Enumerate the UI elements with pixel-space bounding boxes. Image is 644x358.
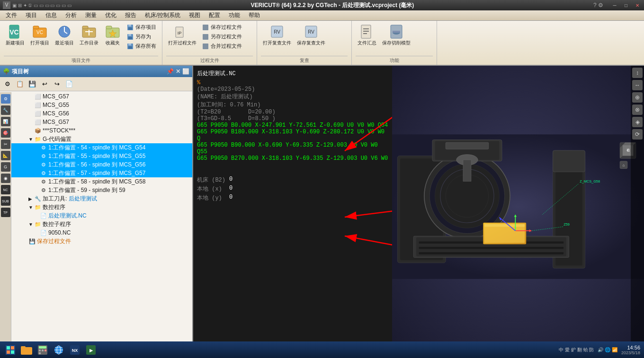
taskbar-folder-button[interactable] bbox=[20, 344, 33, 356]
tree-tool-3[interactable]: 💾 bbox=[27, 79, 38, 89]
save-cut-model-button[interactable]: 保存切削模型 bbox=[380, 23, 412, 47]
taskbar-nx-button[interactable]: NX bbox=[68, 344, 81, 356]
menu-function[interactable]: 功能 bbox=[225, 10, 244, 20]
machine-b2-value: 0 bbox=[229, 176, 233, 184]
tree-tool-2[interactable]: 📋 bbox=[14, 79, 26, 89]
side-icon-3[interactable]: 📊 bbox=[1, 117, 10, 126]
sidebar-icon-2[interactable]: ↔ bbox=[632, 80, 643, 90]
new-project-button[interactable]: VC 新建项目 bbox=[4, 23, 27, 47]
tree-item-nc-subprograms[interactable]: ▼ 📁 数控子程序 bbox=[11, 220, 192, 228]
tree-item-mcs-g57-top[interactable]: ⬜ MCS_G57 bbox=[11, 92, 192, 101]
menu-measure[interactable]: 测量 bbox=[81, 10, 100, 20]
tree-close-button[interactable]: ✕ bbox=[176, 68, 180, 75]
tree-tool-redo[interactable]: ↪ bbox=[51, 79, 63, 89]
menu-analysis[interactable]: 分析 bbox=[62, 10, 80, 20]
project-tree-panel: 🌳 项目树 📌 ✕ ⬜ ⚙ 📋 💾 ↩ ↪ 📄 ⚙ 🔧 📊 bbox=[0, 66, 193, 348]
open-review-button[interactable]: RV 打开复查文件 bbox=[261, 23, 293, 47]
maximize-button[interactable]: □ bbox=[622, 2, 630, 9]
merge-process-button[interactable]: 合并过程文件 bbox=[200, 42, 244, 51]
tree-item-gcode-offset[interactable]: ▼ 📁 G-代码偏置 bbox=[11, 135, 192, 143]
open-project-button[interactable]: VC 打开项目 bbox=[28, 23, 51, 47]
taskbar-vericut-button[interactable]: ▶ bbox=[84, 344, 98, 356]
side-icon-4[interactable]: 🎯 bbox=[1, 128, 10, 138]
minimize-button[interactable]: ─ bbox=[611, 2, 618, 9]
tree-item-nc-programs[interactable]: ▼ 📁 数控程序 bbox=[11, 203, 192, 211]
side-icon-8[interactable]: ◉ bbox=[1, 174, 10, 183]
tree-item-offset-56[interactable]: ⚙ 1:工作偏置 - 56 - spindle 到 MCS_G56 bbox=[11, 160, 192, 169]
svg-text:Z_MCS_G58: Z_MCS_G58 bbox=[580, 179, 600, 183]
save-process-as-button[interactable]: 另存过程文件 bbox=[200, 32, 244, 41]
save-cut-model-label: 保存切削模型 bbox=[382, 40, 411, 46]
side-icon-tp[interactable]: TP bbox=[1, 208, 10, 217]
save-all-button[interactable]: 保存所有 bbox=[125, 42, 158, 51]
svg-rect-64 bbox=[419, 252, 564, 254]
tree-item-offset-58[interactable]: ⚙ 1:工作偏置 - 58 - spindle 到 MCS_G58 bbox=[11, 177, 192, 186]
machine-3d-viewport[interactable]: Z_MCS_G58 Z59 右 bbox=[392, 66, 644, 348]
svg-rect-3 bbox=[33, 26, 39, 29]
save-project-button[interactable]: 保存项目 bbox=[125, 23, 158, 32]
save-as-button[interactable]: 另存为 bbox=[125, 32, 158, 41]
menu-optimize[interactable]: 优化 bbox=[101, 10, 120, 20]
sidebar-icon-4[interactable]: ⊗ bbox=[632, 105, 643, 115]
svg-rect-23 bbox=[128, 46, 132, 49]
side-icon-7[interactable]: G bbox=[1, 162, 10, 172]
menu-config[interactable]: 配置 bbox=[205, 10, 224, 20]
tree-item-offset-55[interactable]: ⚙ 1:工作偏置 - 55 - spindle 到 MCS_G55 bbox=[11, 152, 192, 160]
tree-item-offset-54[interactable]: ⚙ 1:工作偏置 - 54 - spindle 到 MCS_G54 bbox=[11, 143, 192, 152]
tree-item-save-process[interactable]: 💾 保存过程文件 bbox=[11, 237, 192, 245]
menu-project[interactable]: 项目 bbox=[22, 10, 41, 20]
tree-item-icon: ⬜ bbox=[34, 93, 42, 100]
tree-item-9050-nc[interactable]: 📄 9050.NC bbox=[11, 228, 192, 237]
tree-item-mcs-g56[interactable]: ⬜ MCS_G56 bbox=[11, 109, 192, 118]
tree-item-nc-file[interactable]: 📄 后处理测试.NC bbox=[11, 211, 192, 220]
menu-view[interactable]: 视图 bbox=[185, 10, 204, 20]
tree-item-label: MCS_G57 bbox=[43, 93, 69, 100]
tree-item-mcs-g57[interactable]: ⬜ MCS_G57 bbox=[11, 118, 192, 126]
favorites-button[interactable]: 收藏夹 bbox=[102, 23, 123, 47]
open-process-button[interactable]: IP 打开过程文件 bbox=[166, 23, 198, 47]
tree-item-stock[interactable]: 📦 ***STOCK*** bbox=[11, 126, 192, 135]
tree-item-tools[interactable]: ▶ 🔧 加工刀具: 后处理测试 bbox=[11, 194, 192, 203]
tree-expand-button[interactable]: ⬜ bbox=[182, 68, 189, 75]
menu-report[interactable]: 报告 bbox=[121, 10, 140, 20]
tree-pin-button[interactable]: 📌 bbox=[167, 68, 174, 75]
file-summary-button[interactable]: 文件汇总 bbox=[356, 23, 378, 47]
side-icon-2[interactable]: 🔧 bbox=[1, 105, 10, 115]
recent-project-button[interactable]: 最近项目 bbox=[53, 23, 76, 47]
tree-tool-undo[interactable]: ↩ bbox=[39, 79, 50, 89]
side-icon-1[interactable]: ⚙ bbox=[1, 94, 10, 104]
tree-arrow: ▼ bbox=[28, 222, 34, 227]
tree-item-offset-57[interactable]: ⚙ 1:工作偏置 - 57 - spindle 到 MCS_G57 bbox=[11, 169, 192, 177]
side-icon-nc[interactable]: NC bbox=[1, 185, 10, 194]
save-process-button[interactable]: 保存过程文件 bbox=[200, 23, 244, 32]
work-dir-button[interactable]: 工作目录 bbox=[78, 23, 100, 47]
sidebar-icon-5[interactable]: ◈ bbox=[632, 117, 643, 127]
save-all-label: 保存所有 bbox=[135, 43, 156, 50]
side-icon-6[interactable]: 📐 bbox=[1, 151, 10, 160]
tree-tool-1[interactable]: ⚙ bbox=[2, 79, 13, 89]
side-icon-5[interactable]: ✂ bbox=[1, 140, 10, 149]
save-review-button[interactable]: RV 保存复查文件 bbox=[295, 23, 327, 47]
tree-item-label: 数控程序 bbox=[43, 203, 65, 211]
tree-item-offset-59[interactable]: ⚙ 1:工作偏置 - 59 - spindle 到 59 bbox=[11, 186, 192, 194]
tree-item-icon: ⚙ bbox=[40, 170, 47, 176]
menu-info[interactable]: 信息 bbox=[42, 10, 61, 20]
viewport[interactable]: 后处理测试.NC % (Date=2023-05-25) (NAME: 后处理测… bbox=[193, 66, 644, 348]
taskbar-start-button[interactable] bbox=[4, 344, 17, 356]
sidebar-icon-6[interactable]: ⟳ bbox=[632, 129, 643, 140]
sidebar-icon-1[interactable]: ↕ bbox=[632, 68, 643, 78]
tree-tool-4[interactable]: 📄 bbox=[63, 79, 75, 89]
tray-icons: 🔊 🌐 📶 bbox=[598, 347, 617, 352]
side-icon-sub[interactable]: SUB bbox=[1, 196, 10, 206]
svg-rect-89 bbox=[11, 350, 14, 354]
close-button[interactable]: ✕ bbox=[634, 2, 641, 9]
menu-help[interactable]: 帮助 bbox=[245, 10, 264, 20]
taskbar-browser-button[interactable] bbox=[52, 344, 65, 356]
menu-machine[interactable]: 机床/控制系统 bbox=[141, 10, 184, 20]
taskbar-calc-button[interactable] bbox=[36, 344, 49, 356]
sidebar-icon-3[interactable]: ⊕ bbox=[632, 92, 643, 103]
menu-file[interactable]: 文件 bbox=[2, 10, 21, 20]
tree-item-mcs-g55[interactable]: ⬜ MCS_G55 bbox=[11, 101, 192, 109]
taskbar-right: 中 愛 鈩 翻 蛤 防 🔊 🌐 📶 14:56 2023/5/18 bbox=[559, 345, 640, 355]
save-process-label: 保存过程文件 bbox=[211, 24, 242, 31]
